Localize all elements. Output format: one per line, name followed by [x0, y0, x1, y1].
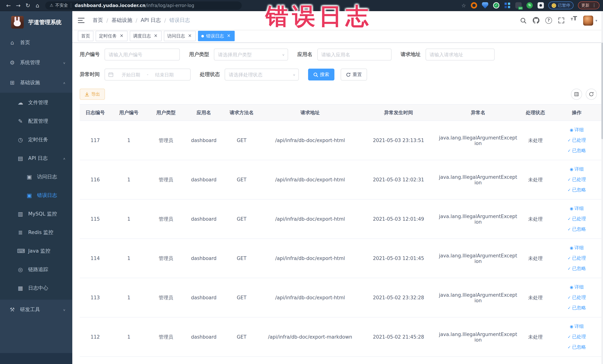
action-detail-link[interactable]: ◉详细	[570, 205, 584, 212]
action-processed-link[interactable]: ✓已处理	[568, 176, 586, 183]
action-processed-link[interactable]: ✓已处理	[568, 255, 586, 261]
sidebar-item-trace[interactable]: ◎链路追踪	[0, 260, 72, 279]
address-bar[interactable]: ⚠ 不安全 dashboard.yudao.iocoder.cn/infra/l…	[45, 1, 242, 10]
scrollbar-thumb[interactable]	[601, 43, 603, 139]
column-settings-button[interactable]	[571, 89, 582, 100]
row-actions: ◉详细✓已处理✓已忽略	[552, 121, 601, 160]
extension-icon-shield[interactable]	[482, 2, 488, 9]
action-processed-link[interactable]: ✓已处理	[568, 137, 586, 143]
sidebar-collapse-icon[interactable]	[78, 18, 84, 23]
row-actions: ◉详细✓已处理✓已忽略	[552, 199, 601, 239]
action-detail-link[interactable]: ◉详细	[570, 127, 584, 133]
sidebar-item-mysql-monitor[interactable]: ▥MySQL 监控	[0, 205, 72, 223]
user-avatar[interactable]	[583, 15, 593, 25]
cell-user_id: 1	[111, 121, 147, 160]
app-name-input[interactable]	[317, 48, 391, 60]
tab-close-icon[interactable]: ×	[153, 33, 158, 39]
fullscreen-icon[interactable]	[556, 15, 567, 26]
sidebar-item-error-log[interactable]: ▣错误日志	[0, 186, 72, 205]
window-scrollbar[interactable]	[601, 11, 603, 364]
action-detail-link[interactable]: ◉详细	[570, 323, 584, 330]
reset-button[interactable]: 重置	[341, 69, 367, 81]
sidebar-item-scheduled-task[interactable]: ◷定时任务	[0, 130, 72, 149]
breadcrumb-item-3[interactable]: API 日志	[141, 17, 161, 24]
calendar-icon	[108, 72, 114, 77]
user-type-select[interactable]	[214, 48, 288, 60]
sidebar-item-dev-tools[interactable]: ⚒研发工具∨	[0, 300, 72, 320]
tab-调度日志[interactable]: 调度日志×	[130, 31, 162, 41]
cell-exception: java.lang.IllegalArgumentException	[438, 160, 519, 199]
sidebar-item-config-mgmt[interactable]: ✎配置管理	[0, 112, 72, 130]
browser-home-icon[interactable]: ⌂	[33, 2, 42, 9]
sidebar-item-access-log[interactable]: ▣访问日志	[0, 168, 72, 186]
tab-close-icon[interactable]: ×	[119, 33, 124, 39]
bookmark-star-icon[interactable]: ☆	[461, 2, 466, 8]
refresh-button[interactable]	[586, 89, 597, 100]
tab-close-icon[interactable]: ×	[187, 33, 192, 39]
action-ignored-link[interactable]: ✓已忽略	[568, 226, 586, 233]
browser-back-icon[interactable]: ←	[4, 2, 13, 9]
check-icon: ✓	[568, 345, 571, 350]
action-detail-link[interactable]: ◉详细	[570, 166, 584, 172]
sidebar-item-redis-monitor[interactable]: ≣Redis 监控	[0, 223, 72, 242]
action-detail-link[interactable]: ◉详细	[570, 245, 584, 251]
font-size-icon[interactable]: TT	[568, 15, 580, 26]
tab-错误日志[interactable]: 错误日志×	[198, 31, 235, 41]
tab-首页[interactable]: 首页	[78, 31, 93, 41]
tab-访问日志[interactable]: 访问日志×	[164, 31, 196, 41]
search-button[interactable]: 搜索	[308, 69, 334, 81]
config-mgmt-icon: ✎	[17, 118, 24, 125]
extension-icon-grid[interactable]	[504, 2, 510, 9]
sidebar-item-infrastructure[interactable]: ⊞基础设施∧	[0, 73, 72, 93]
paused-badge[interactable]: ☺ 已暂停	[548, 1, 574, 9]
browser-reload-icon[interactable]: ↻	[23, 2, 33, 9]
breadcrumb-item-1[interactable]: 首页	[93, 17, 103, 24]
process-status-select[interactable]	[225, 69, 299, 81]
action-ignored-link[interactable]: ✓已忽略	[568, 187, 586, 193]
file-mgmt-icon: ☁	[17, 99, 24, 106]
sidebar-item-home[interactable]: ⌂首页	[0, 33, 72, 53]
tab-close-icon[interactable]: ×	[226, 33, 231, 39]
tab-定时任务[interactable]: 定时任务×	[96, 31, 128, 41]
action-processed-link[interactable]: ✓已处理	[568, 334, 586, 340]
user-id-input[interactable]	[104, 48, 180, 60]
action-label: 已处理	[572, 216, 586, 222]
sidebar-item-log-center[interactable]: ▦日志中心	[0, 279, 72, 297]
extension-icon-orange[interactable]	[471, 2, 477, 9]
browser-update-button[interactable]: 更新 ⋮	[578, 1, 600, 9]
exception-time-range-picker[interactable]: -	[104, 69, 191, 81]
request-url-input[interactable]	[425, 48, 494, 60]
sidebar-item-system-mgmt[interactable]: ⚙系统管理∨	[0, 53, 72, 73]
sidebar-item-file-mgmt[interactable]: ☁文件管理	[0, 94, 72, 112]
action-ignored-link[interactable]: ✓已忽略	[568, 305, 586, 311]
export-button[interactable]: 导出	[80, 89, 105, 100]
action-ignored-link[interactable]: ✓已忽略	[568, 266, 586, 272]
app-logo[interactable]: 芋道管理系统	[0, 11, 72, 33]
sidebar-item-java-monitor[interactable]: ⌨Java 监控	[0, 242, 72, 260]
sidebar-item-api-log[interactable]: ▤API 日志∧	[0, 149, 72, 168]
action-label: 已忽略	[572, 187, 586, 193]
extension-icon-green-check[interactable]: ✓	[493, 2, 499, 9]
table-header-row: 日志编号用户编号用户类型应用名请求方法名请求地址异常发生时间异常名处理状态操作	[80, 104, 601, 121]
sidebar-footer	[0, 353, 72, 364]
search-icon[interactable]	[518, 15, 529, 26]
action-ignored-link[interactable]: ✓已忽略	[568, 344, 586, 351]
action-label: 详细	[574, 205, 584, 212]
action-label: 已忽略	[572, 266, 586, 272]
github-icon[interactable]	[531, 15, 542, 26]
extensions-puzzle-icon[interactable]	[538, 2, 544, 9]
start-date-input[interactable]	[116, 71, 146, 78]
action-processed-link[interactable]: ✓已处理	[568, 294, 586, 301]
browser-forward-icon[interactable]: →	[13, 2, 23, 9]
browser-menu-kebab-icon[interactable]: ⋮	[592, 3, 596, 8]
end-date-input[interactable]	[149, 71, 180, 78]
avatar-caret-down-icon[interactable]: ▾	[595, 18, 597, 23]
action-ignored-link[interactable]: ✓已忽略	[568, 148, 586, 154]
breadcrumb-item-2[interactable]: 基础设施	[111, 17, 132, 24]
help-icon[interactable]: ?	[543, 15, 554, 26]
action-detail-link[interactable]: ◉详细	[570, 284, 584, 290]
extension-icon-switch[interactable]: on	[515, 2, 522, 9]
extension-icon-leaf[interactable]	[526, 2, 533, 9]
action-processed-link[interactable]: ✓已处理	[568, 216, 586, 222]
table-row: 1171管理员dashboardGET/api/infra/db-doc/exp…	[80, 121, 601, 160]
